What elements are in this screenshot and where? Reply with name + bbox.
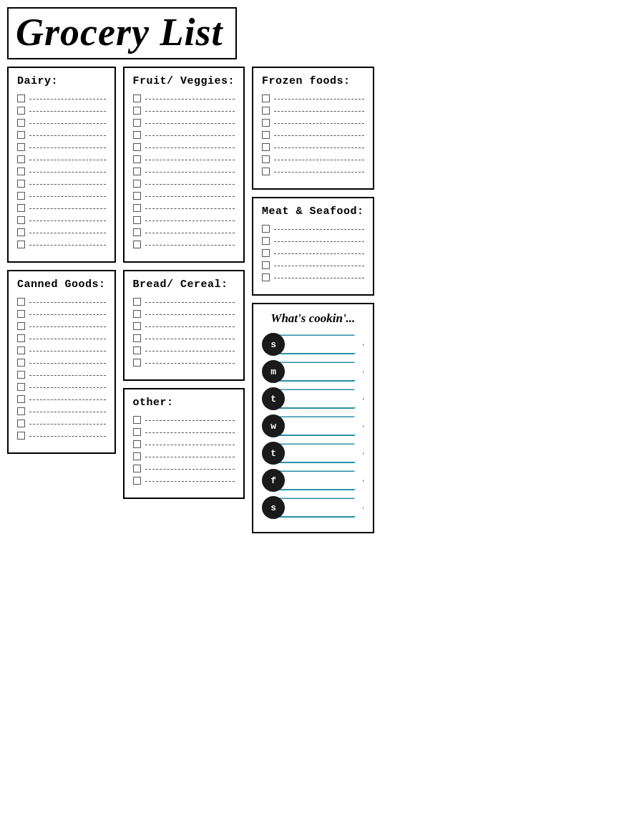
- checkbox[interactable]: [17, 298, 25, 306]
- list-item[interactable]: [262, 94, 364, 102]
- checkbox[interactable]: [17, 241, 25, 248]
- list-item[interactable]: [262, 107, 364, 115]
- list-item[interactable]: [17, 228, 106, 236]
- checkbox[interactable]: [17, 432, 25, 440]
- list-item[interactable]: [133, 155, 235, 163]
- list-item[interactable]: [17, 131, 106, 139]
- checkbox[interactable]: [17, 322, 25, 330]
- checkbox[interactable]: [133, 216, 141, 224]
- checkbox[interactable]: [133, 310, 141, 318]
- checkbox[interactable]: [262, 168, 270, 175]
- checkbox[interactable]: [133, 359, 141, 367]
- checkbox[interactable]: [133, 440, 141, 448]
- checkbox[interactable]: [262, 131, 270, 139]
- checkbox[interactable]: [262, 155, 270, 163]
- list-item[interactable]: [262, 168, 364, 175]
- checkbox[interactable]: [133, 180, 141, 188]
- checkbox[interactable]: [17, 107, 25, 115]
- list-item[interactable]: [133, 452, 235, 460]
- checkbox[interactable]: [133, 298, 141, 306]
- checkbox[interactable]: [17, 216, 25, 224]
- checkbox[interactable]: [133, 322, 141, 330]
- day-row[interactable]: m: [262, 360, 364, 383]
- checkbox[interactable]: [17, 407, 25, 415]
- list-item[interactable]: [262, 131, 364, 139]
- list-item[interactable]: [17, 420, 106, 427]
- list-item[interactable]: [17, 395, 106, 403]
- list-item[interactable]: [17, 359, 106, 367]
- list-item[interactable]: [133, 334, 235, 342]
- list-item[interactable]: [17, 322, 106, 330]
- checkbox[interactable]: [133, 334, 141, 342]
- list-item[interactable]: [17, 180, 106, 188]
- checkbox[interactable]: [133, 346, 141, 354]
- checkbox[interactable]: [133, 94, 141, 102]
- checkbox[interactable]: [262, 261, 270, 269]
- checkbox[interactable]: [133, 119, 141, 127]
- list-item[interactable]: [17, 192, 106, 200]
- list-item[interactable]: [17, 241, 106, 248]
- list-item[interactable]: [133, 477, 235, 485]
- list-item[interactable]: [262, 225, 364, 233]
- checkbox[interactable]: [17, 155, 25, 163]
- checkbox[interactable]: [133, 143, 141, 151]
- checkbox[interactable]: [262, 237, 270, 245]
- day-row[interactable]: w: [262, 414, 364, 437]
- list-item[interactable]: [262, 261, 364, 269]
- list-item[interactable]: [133, 322, 235, 330]
- list-item[interactable]: [17, 107, 106, 115]
- list-item[interactable]: [133, 119, 235, 127]
- checkbox[interactable]: [133, 428, 141, 436]
- checkbox[interactable]: [262, 107, 270, 115]
- checkbox[interactable]: [133, 168, 141, 175]
- list-item[interactable]: [262, 237, 364, 245]
- day-row[interactable]: s: [262, 496, 364, 519]
- checkbox[interactable]: [133, 465, 141, 472]
- list-item[interactable]: [17, 298, 106, 306]
- checkbox[interactable]: [17, 94, 25, 102]
- day-row[interactable]: s: [262, 333, 364, 356]
- day-row[interactable]: t: [262, 442, 364, 465]
- checkbox[interactable]: [17, 131, 25, 139]
- checkbox[interactable]: [133, 416, 141, 424]
- list-item[interactable]: [17, 383, 106, 391]
- list-item[interactable]: [262, 249, 364, 257]
- list-item[interactable]: [262, 273, 364, 281]
- checkbox[interactable]: [133, 241, 141, 248]
- list-item[interactable]: [133, 143, 235, 151]
- list-item[interactable]: [17, 216, 106, 224]
- list-item[interactable]: [17, 346, 106, 354]
- checkbox[interactable]: [133, 107, 141, 115]
- list-item[interactable]: [133, 346, 235, 354]
- checkbox[interactable]: [262, 273, 270, 281]
- checkbox[interactable]: [133, 228, 141, 236]
- list-item[interactable]: [133, 216, 235, 224]
- checkbox[interactable]: [17, 310, 25, 318]
- checkbox[interactable]: [133, 477, 141, 485]
- list-item[interactable]: [133, 168, 235, 175]
- list-item[interactable]: [133, 192, 235, 200]
- day-row[interactable]: t: [262, 387, 364, 410]
- checkbox[interactable]: [133, 192, 141, 200]
- list-item[interactable]: [17, 155, 106, 163]
- checkbox[interactable]: [133, 131, 141, 139]
- list-item[interactable]: [133, 310, 235, 318]
- checkbox[interactable]: [262, 94, 270, 102]
- checkbox[interactable]: [17, 180, 25, 188]
- list-item[interactable]: [133, 298, 235, 306]
- checkbox[interactable]: [262, 249, 270, 257]
- checkbox[interactable]: [133, 155, 141, 163]
- checkbox[interactable]: [17, 192, 25, 200]
- checkbox[interactable]: [17, 383, 25, 391]
- list-item[interactable]: [133, 180, 235, 188]
- list-item[interactable]: [133, 359, 235, 367]
- list-item[interactable]: [262, 155, 364, 163]
- list-item[interactable]: [17, 371, 106, 379]
- checkbox[interactable]: [17, 168, 25, 175]
- checkbox[interactable]: [133, 452, 141, 460]
- list-item[interactable]: [133, 241, 235, 248]
- checkbox[interactable]: [17, 359, 25, 367]
- list-item[interactable]: [17, 204, 106, 212]
- list-item[interactable]: [133, 107, 235, 115]
- list-item[interactable]: [133, 416, 235, 424]
